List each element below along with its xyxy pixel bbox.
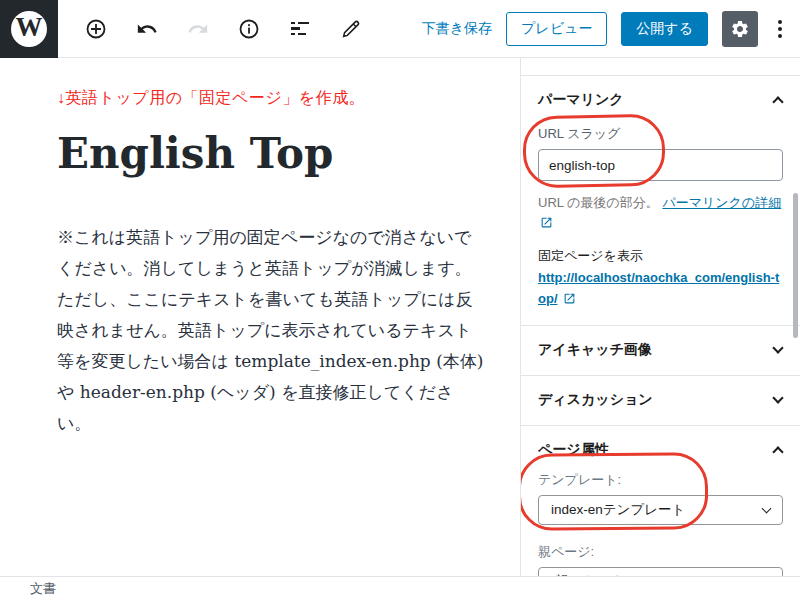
view-url-base: http://localhost/naochka_com/ <box>538 270 725 285</box>
post-title[interactable]: English Top <box>57 129 485 178</box>
body-line-1: ※これは英語トップ用の固定ページなので消さないでください。消してしまうと英語トッ… <box>57 227 472 278</box>
external-link-icon <box>540 216 553 229</box>
panel-permalink-title: パーマリンク <box>538 91 624 109</box>
add-block-button[interactable] <box>84 17 108 41</box>
body-line-2: ただし、ここにテキストを書いても英語トップには反映されません。英語トップに表示さ… <box>57 289 483 433</box>
url-slug-input[interactable] <box>538 149 783 181</box>
panel-page-attributes-header[interactable]: ページ属性 <box>521 426 800 465</box>
plus-circle-icon <box>84 17 108 41</box>
settings-sidebar: パーマリンク URL スラッグ URL の最後の部分。 パーマリンクの詳細 固定… <box>520 58 800 576</box>
panel-featured-image-header[interactable]: アイキャッチ画像 <box>521 326 800 375</box>
list-view-button[interactable] <box>288 17 312 41</box>
post-body-paragraph[interactable]: ※これは英語トップ用の固定ページなので消さないでください。消してしまうと英語トッ… <box>57 222 485 439</box>
pencil-icon <box>340 18 362 40</box>
chevron-down-icon <box>772 393 783 404</box>
external-link-icon <box>563 292 576 305</box>
parent-page-select[interactable]: (親はありません) <box>538 567 783 576</box>
editor-canvas[interactable]: ↓英語トップ用の「固定ページ」を作成。 English Top ※これは英語トッ… <box>0 58 520 576</box>
panel-featured-image-title: アイキャッチ画像 <box>538 341 652 359</box>
editor-toolbar: W <box>0 0 800 58</box>
template-select[interactable]: index-enテンプレート <box>538 495 783 525</box>
settings-button[interactable] <box>722 11 758 47</box>
toolbar-actions: 下書き保存 プレビュー 公開する <box>422 11 800 47</box>
panel-page-attributes-title: ページ属性 <box>538 441 609 459</box>
ellipsis-icon <box>778 20 782 24</box>
preview-button[interactable]: プレビュー <box>506 12 607 46</box>
chevron-down-icon <box>772 343 783 354</box>
gear-icon <box>730 19 750 39</box>
undo-icon <box>136 18 158 40</box>
chevron-up-icon <box>772 96 783 107</box>
template-select-value: index-enテンプレート <box>551 501 685 519</box>
panel-discussion: ディスカッション <box>521 376 800 426</box>
sidebar-scrollbar[interactable] <box>793 193 798 338</box>
undo-button[interactable] <box>135 17 159 41</box>
permalink-docs-link[interactable]: パーマリンクの詳細 <box>662 195 781 210</box>
url-slug-label: URL スラッグ <box>538 125 783 143</box>
chevron-up-icon <box>772 446 783 457</box>
document-breadcrumb[interactable]: 文書 <box>30 580 56 598</box>
panel-permalink-header[interactable]: パーマリンク <box>521 76 800 120</box>
permalink-help-sentence: URL の最後の部分。 <box>538 195 659 210</box>
main-row: ↓英語トップ用の「固定ページ」を作成。 English Top ※これは英語トッ… <box>0 58 800 576</box>
panel-page-attributes: ページ属性 テンプレート: index-enテンプレート 親ページ: (親はあり… <box>521 426 800 576</box>
editor-footer: 文書 <box>0 576 800 600</box>
permalink-help-text: URL の最後の部分。 パーマリンクの詳細 <box>538 193 783 233</box>
panel-discussion-title: ディスカッション <box>538 391 653 409</box>
redo-button[interactable] <box>186 17 210 41</box>
edit-mode-button[interactable] <box>339 17 363 41</box>
info-icon <box>237 17 261 41</box>
more-options-button[interactable] <box>772 16 788 42</box>
view-page-label: 固定ページを表示 <box>538 247 783 265</box>
sidebar-tabstrip <box>521 58 800 76</box>
wordpress-logo-icon: W <box>11 11 47 47</box>
info-button[interactable] <box>237 17 261 41</box>
view-page-link-wrap: http://localhost/naochka_com/english-top… <box>538 268 783 310</box>
panel-permalink: パーマリンク URL スラッグ URL の最後の部分。 パーマリンクの詳細 固定… <box>521 76 800 326</box>
red-annotation-text: ↓英語トップ用の「固定ページ」を作成。 <box>57 88 485 109</box>
panel-featured-image: アイキャッチ画像 <box>521 326 800 376</box>
list-view-icon <box>291 22 309 36</box>
redo-icon <box>187 18 209 40</box>
publish-button[interactable]: 公開する <box>621 12 708 46</box>
chevron-down-icon <box>762 503 772 513</box>
template-label: テンプレート: <box>538 471 783 489</box>
save-draft-button[interactable]: 下書き保存 <box>422 20 492 38</box>
wordpress-logo-button[interactable]: W <box>0 0 58 58</box>
toolbar-icon-group <box>84 17 363 41</box>
parent-page-label: 親ページ: <box>538 543 783 561</box>
wordpress-editor: W <box>0 0 800 600</box>
panel-discussion-header[interactable]: ディスカッション <box>521 376 800 425</box>
